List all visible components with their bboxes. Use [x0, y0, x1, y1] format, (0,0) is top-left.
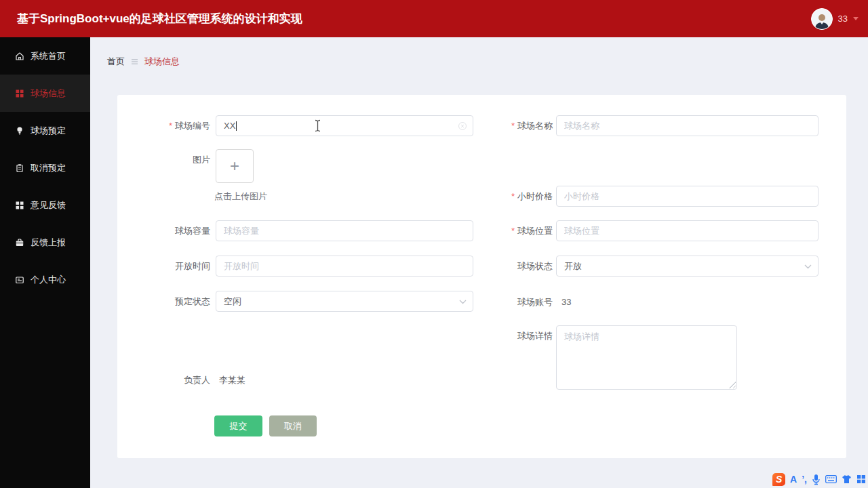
field-no-value: XX: [224, 121, 235, 131]
manager-value: 李某某: [219, 369, 245, 391]
account-label: 球场账号: [460, 291, 553, 313]
page-title: 基于SpringBoot+vue的足球社区管理系统的设计和实现: [17, 0, 302, 37]
person-icon: [813, 12, 831, 29]
form-card: *球场编号 XX *球场名称 图片 + 点击上传图片 *小时价格: [117, 95, 846, 458]
sidebar-item-field-info[interactable]: 球场信息: [0, 75, 90, 112]
required-mark: *: [511, 226, 515, 236]
name-label: *球场名称: [460, 115, 553, 137]
shirt-icon[interactable]: [842, 474, 852, 484]
sidebar-item-label: 个人中心: [31, 274, 66, 286]
sidebar-item-field-booking[interactable]: 球场预定: [0, 112, 90, 149]
chevron-down-icon: [804, 264, 812, 269]
sidebar-item-profile[interactable]: 个人中心: [0, 261, 90, 298]
booking-status-label: 预定状态: [117, 291, 210, 312]
submit-button[interactable]: 提交: [214, 415, 262, 436]
sidebar-item-feedback-report[interactable]: 反馈上报: [0, 224, 90, 261]
hour-price-label: *小时价格: [460, 186, 553, 207]
field-status-select[interactable]: 开放: [556, 256, 818, 277]
ime-letter-mode[interactable]: A: [790, 472, 797, 486]
grid-icon: [15, 89, 24, 98]
sidebar-item-feedback[interactable]: 意见反馈: [0, 186, 90, 224]
manager-label: 负责人: [117, 369, 210, 391]
booking-status-select[interactable]: 空闲: [216, 291, 473, 312]
account-value: 33: [561, 291, 571, 313]
image-label: 图片: [117, 149, 210, 171]
required-mark: *: [511, 191, 515, 201]
upload-hint: 点击上传图片: [214, 190, 267, 203]
keyboard-icon[interactable]: [825, 475, 837, 483]
grid-panel-icon[interactable]: [856, 474, 866, 484]
required-mark: *: [511, 121, 515, 131]
sidebar-item-cancel-booking[interactable]: 取消预定: [0, 149, 90, 186]
capacity-label: 球场容量: [117, 220, 210, 242]
sidebar-item-home[interactable]: 系统首页: [0, 37, 90, 75]
location-label: *球场位置: [460, 220, 553, 242]
breadcrumb: 首页 球场信息: [107, 56, 180, 68]
ime-punctuation-icon[interactable]: ’,: [802, 472, 807, 486]
home-icon: [15, 52, 24, 61]
text-caret: [236, 121, 237, 131]
sidebar-item-label: 反馈上报: [31, 237, 66, 249]
card-icon: [15, 275, 24, 285]
field-status-value: 开放: [564, 260, 582, 272]
pin-icon: [15, 126, 24, 136]
app-header: 基于SpringBoot+vue的足球社区管理系统的设计和实现 33: [0, 0, 868, 37]
name-input[interactable]: [556, 115, 818, 136]
avatar[interactable]: [811, 8, 833, 30]
sidebar-item-label: 意见反馈: [31, 199, 66, 211]
hour-price-input[interactable]: [556, 186, 818, 207]
clipboard-icon: [15, 163, 24, 173]
sidebar-item-label: 球场信息: [31, 87, 66, 100]
location-input[interactable]: [556, 220, 818, 241]
sidebar-item-label: 球场预定: [31, 125, 66, 137]
open-time-label: 开放时间: [117, 256, 210, 277]
microphone-icon[interactable]: [812, 474, 821, 485]
briefcase-icon: [15, 238, 24, 247]
user-menu[interactable]: 33: [811, 0, 859, 37]
breadcrumb-current: 球场信息: [144, 56, 180, 68]
plus-icon: +: [230, 158, 239, 174]
main-content: 首页 球场信息 *球场编号 XX *球场名称 图片: [90, 37, 868, 488]
sidebar: 系统首页 球场信息 球场预定 取消预定 意见反馈 反馈上报: [0, 37, 90, 488]
details-textarea[interactable]: [556, 325, 737, 390]
open-time-input[interactable]: [216, 256, 473, 277]
breadcrumb-home[interactable]: 首页: [107, 56, 125, 68]
required-mark: *: [169, 121, 172, 131]
sogou-logo-icon[interactable]: S: [772, 473, 785, 486]
username-label: 33: [838, 14, 848, 24]
field-no-input[interactable]: XX: [216, 115, 473, 136]
image-upload-button[interactable]: +: [216, 149, 254, 183]
capacity-input[interactable]: [216, 220, 473, 241]
ime-toolbar: S A ’,: [772, 472, 866, 486]
grid-icon: [15, 201, 24, 210]
breadcrumb-separator-icon: [131, 59, 138, 65]
sidebar-item-label: 系统首页: [31, 50, 66, 62]
sidebar-item-label: 取消预定: [31, 162, 66, 174]
field-no-label: *球场编号: [117, 115, 210, 137]
field-status-label: 球场状态: [460, 256, 553, 277]
details-label: 球场详情: [460, 325, 553, 347]
chevron-down-icon: [853, 17, 859, 20]
booking-status-value: 空闲: [224, 296, 241, 308]
cancel-button[interactable]: 取消: [269, 415, 317, 436]
